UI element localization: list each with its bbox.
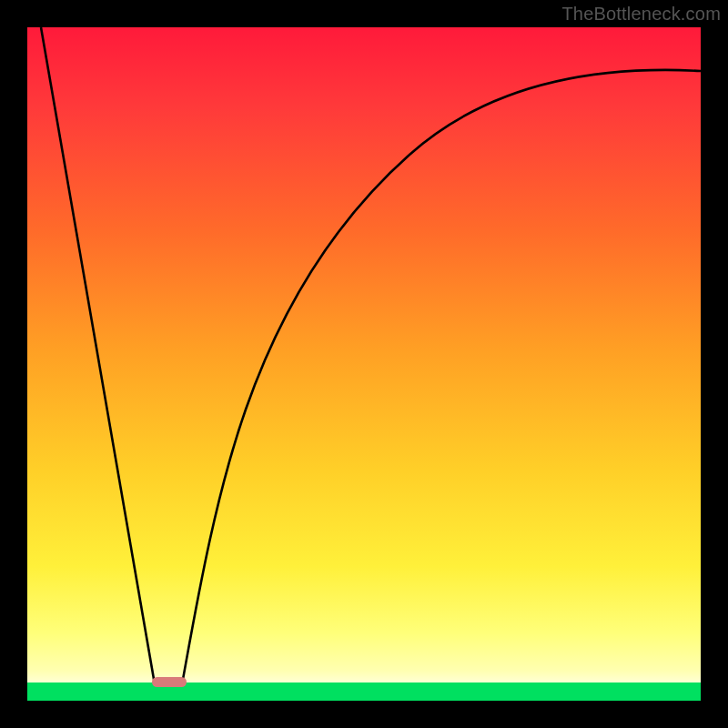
plot-area [27,27,701,701]
curve-left-branch [41,27,155,684]
optimal-marker [152,677,187,687]
bottleneck-curve [27,27,701,701]
attribution-text: TheBottleneck.com [561,4,721,25]
chart-frame: TheBottleneck.com [0,0,728,728]
curve-right-branch [182,70,701,684]
